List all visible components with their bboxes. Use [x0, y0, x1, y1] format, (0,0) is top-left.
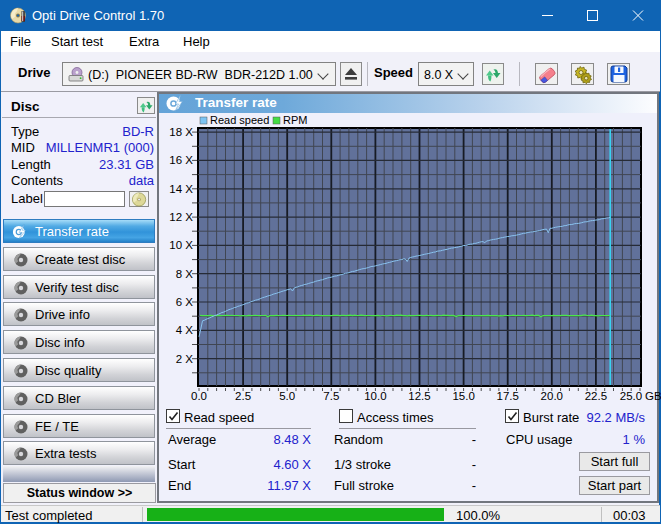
svg-text:2 X: 2 X [176, 353, 194, 365]
svg-text:18 X: 18 X [169, 126, 193, 138]
svg-text:0.0: 0.0 [191, 390, 207, 402]
svg-text:Read speed: Read speed [210, 114, 269, 126]
svg-text:17.5: 17.5 [497, 390, 519, 402]
svg-text:20.0: 20.0 [541, 390, 563, 402]
svg-text:4 X: 4 X [176, 324, 194, 336]
svg-text:16 X: 16 X [169, 154, 193, 166]
svg-text:6 X: 6 X [176, 296, 194, 308]
svg-text:8 X: 8 X [176, 268, 194, 280]
svg-text:RPM: RPM [283, 114, 307, 126]
svg-text:10.0: 10.0 [364, 390, 386, 402]
svg-text:22.5: 22.5 [585, 390, 607, 402]
svg-text:GB: GB [645, 390, 661, 402]
svg-text:5.0: 5.0 [279, 390, 295, 402]
svg-text:25.0: 25.0 [620, 390, 642, 402]
svg-text:14 X: 14 X [169, 183, 193, 195]
svg-text:12 X: 12 X [169, 211, 193, 223]
svg-text:2.5: 2.5 [235, 390, 251, 402]
svg-text:10 X: 10 X [169, 239, 193, 251]
svg-text:12.5: 12.5 [408, 390, 430, 402]
svg-text:7.5: 7.5 [323, 390, 339, 402]
svg-text:15.0: 15.0 [452, 390, 474, 402]
